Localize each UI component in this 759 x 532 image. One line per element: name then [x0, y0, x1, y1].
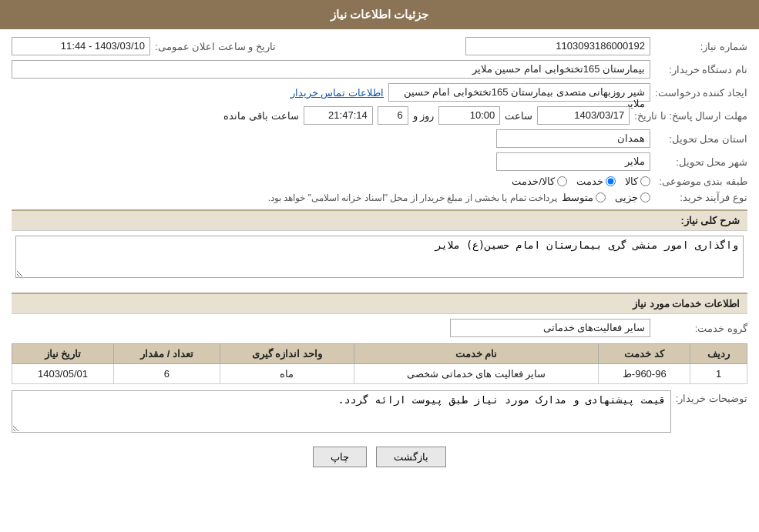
purchase-type-label: نوع فرآیند خرید:	[655, 192, 747, 203]
table-cell-name: سایر فعالیت های خدماتی شخصی	[354, 364, 598, 384]
radio-kala-label: کالا	[625, 176, 638, 187]
radio-motevaset-label: متوسط	[562, 192, 593, 203]
row-group: گروه خدمت: سایر فعالیت‌های خدماتی	[12, 319, 747, 337]
row-city: شهر محل تحویل: ملایر	[12, 152, 747, 171]
col-unit: واحد اندازه گیری	[220, 344, 354, 364]
row-buyer-org: نام دستگاه خریدار: بیمارستان 165تختخوابی…	[12, 60, 747, 79]
radio-khedmat-label: خدمت	[576, 176, 603, 187]
need-desc-container: واگذاری امور منشی گری بیمارستان امام حسی…	[12, 236, 747, 286]
category-radio-group: کالا خدمت کالا/خدمت	[512, 176, 650, 187]
radio-khedmat-input[interactable]	[606, 176, 616, 186]
table-cell-qty: 6	[113, 364, 220, 384]
service-table-head: ردیف کد خدمت نام خدمت واحد اندازه گیری ت…	[12, 344, 747, 364]
purchase-note: پرداخت تمام یا بخشی از مبلغ خریدار از مح…	[268, 192, 557, 203]
reply-date: 1403/03/17	[537, 106, 630, 125]
reply-day-label: روز و	[413, 110, 435, 122]
city-value: ملایر	[496, 152, 650, 171]
services-section-title: اطلاعات خدمات مورد نیاز	[12, 293, 747, 314]
radio-jozi-input[interactable]	[640, 192, 650, 202]
col-row: ردیف	[690, 344, 747, 364]
radio-kala-khedmat-input[interactable]	[557, 176, 567, 186]
col-name: نام خدمت	[354, 344, 598, 364]
print-button[interactable]: چاپ	[313, 447, 367, 467]
buttons-row: بازگشت چاپ	[12, 447, 747, 479]
page-wrapper: جزئیات اطلاعات نیاز شماره نیاز: 11030931…	[0, 0, 759, 532]
buyer-desc-container: قیمت پیشنهادی و مدارک مورد نیاز طبق پیوس…	[12, 390, 671, 435]
group-value: سایر فعالیت‌های خدماتی	[450, 319, 650, 337]
province-label: استان محل تحویل:	[655, 133, 747, 145]
radio-kala-khedmat: کالا/خدمت	[512, 176, 567, 187]
need-desc-section-title: شرح کلی نیاز:	[12, 209, 747, 231]
need-number-label: شماره نیاز:	[655, 41, 747, 52]
page-title: جزئیات اطلاعات نیاز	[331, 8, 428, 21]
reply-time-label: ساعت	[505, 110, 532, 122]
category-label: طبقه بندی موضوعی:	[655, 176, 747, 187]
row-category: طبقه بندی موضوعی: کالا خدمت کالا/خدمت	[12, 176, 747, 187]
reply-deadline-label: مهلت ارسال پاسخ: تا تاریخ:	[634, 110, 747, 122]
col-date: تاریخ نیاز	[12, 344, 114, 364]
content-area: شماره نیاز: 1103093186000192 تاریخ و ساع…	[0, 29, 759, 487]
purchase-radio-group: جزیی متوسط	[562, 192, 650, 203]
date-value: 1403/03/10 - 11:44	[12, 37, 150, 55]
buyer-org-value: بیمارستان 165تختخوابی امام حسین ملایر	[12, 60, 650, 79]
radio-kala: کالا	[625, 176, 650, 187]
city-label: شهر محل تحویل:	[655, 156, 747, 168]
table-cell-row: 1	[690, 364, 747, 384]
radio-jozi: جزیی	[615, 192, 650, 203]
table-cell-code: 960-96-ط	[599, 364, 690, 384]
service-table-header-row: ردیف کد خدمت نام خدمت واحد اندازه گیری ت…	[12, 344, 747, 364]
reply-remaining-label: ساعت باقی مانده	[223, 110, 298, 122]
service-table-body: 1960-96-طسایر فعالیت های خدماتی شخصیماه6…	[12, 364, 747, 384]
radio-jozi-label: جزیی	[615, 192, 638, 203]
services-title: اطلاعات خدمات مورد نیاز	[633, 298, 740, 309]
reply-time: 10:00	[438, 106, 500, 125]
radio-kala-input[interactable]	[640, 176, 650, 186]
buyer-desc-textarea[interactable]: قیمت پیشنهادی و مدارک مورد نیاز طبق پیوس…	[12, 390, 671, 433]
reply-days: 6	[378, 106, 408, 125]
radio-kala-khedmat-label: کالا/خدمت	[512, 176, 555, 187]
back-button[interactable]: بازگشت	[376, 447, 446, 467]
creator-label: ایجاد کننده درخواست:	[655, 87, 747, 99]
buyer-org-label: نام دستگاه خریدار:	[655, 64, 747, 75]
table-cell-unit: ماه	[220, 364, 354, 384]
province-value: همدان	[496, 129, 650, 148]
row-creator: ایجاد کننده درخواست: شیر روزبهانی متصدی …	[12, 83, 747, 102]
service-table: ردیف کد خدمت نام خدمت واحد اندازه گیری ت…	[12, 343, 747, 384]
page-header: جزئیات اطلاعات نیاز	[0, 0, 759, 29]
row-reply-deadline: مهلت ارسال پاسخ: تا تاریخ: 1403/03/17 سا…	[12, 106, 747, 125]
need-number-value: 1103093186000192	[465, 37, 650, 55]
row-need-number: شماره نیاز: 1103093186000192 تاریخ و ساع…	[12, 37, 747, 55]
radio-khedmat: خدمت	[576, 176, 616, 187]
contact-link[interactable]: اطلاعات تماس خریدار	[291, 87, 384, 99]
creator-value: شیر روزبهانی متصدی بیمارستان 165تختخوابی…	[388, 83, 650, 102]
col-code: کد خدمت	[599, 344, 690, 364]
row-province: استان محل تحویل: همدان	[12, 129, 747, 148]
need-desc-label: شرح کلی نیاز:	[680, 215, 740, 226]
need-desc-textarea[interactable]: واگذاری امور منشی گری بیمارستان امام حسی…	[15, 236, 744, 278]
group-label: گروه خدمت:	[655, 323, 747, 334]
reply-remaining: 21:47:14	[304, 106, 373, 125]
buyer-desc-label: توضیحات خریدار:	[676, 390, 747, 404]
date-label: تاریخ و ساعت اعلان عمومی:	[155, 41, 276, 52]
row-purchase-type: نوع فرآیند خرید: جزیی متوسط پرداخت تمام …	[12, 192, 747, 203]
col-qty: تعداد / مقدار	[113, 344, 220, 364]
radio-motevaset: متوسط	[562, 192, 606, 203]
table-cell-date: 1403/05/01	[12, 364, 114, 384]
table-row: 1960-96-طسایر فعالیت های خدماتی شخصیماه6…	[12, 364, 747, 384]
buyer-desc-row: توضیحات خریدار: قیمت پیشنهادی و مدارک مو…	[12, 390, 747, 435]
radio-motevaset-input[interactable]	[596, 192, 606, 202]
